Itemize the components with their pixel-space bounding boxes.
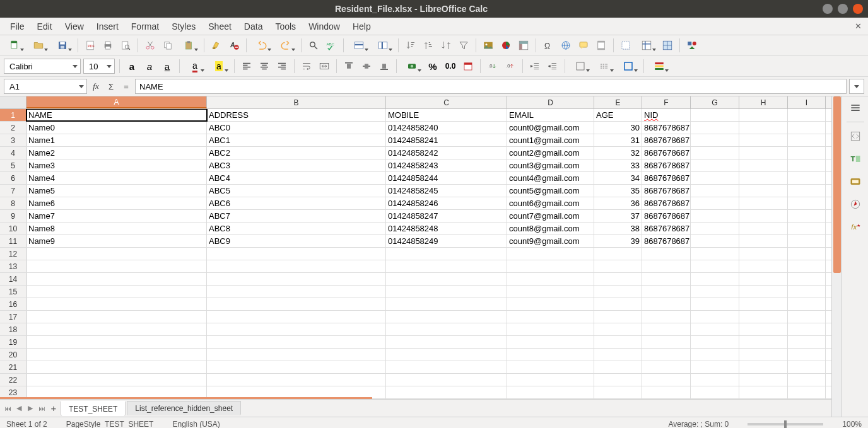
cell[interactable] — [691, 361, 739, 373]
cell[interactable] — [26, 336, 207, 348]
formula-input[interactable]: NAME — [135, 79, 847, 94]
cell[interactable]: 01424858244 — [386, 172, 507, 184]
highlight-color-button[interactable]: a — [208, 59, 230, 74]
cell[interactable] — [739, 273, 788, 285]
cell[interactable]: count4@gmail.com — [507, 172, 594, 184]
properties-icon[interactable] — [847, 127, 864, 145]
font-name-combo[interactable]: Calibri — [4, 59, 81, 74]
row-header[interactable]: 15 — [0, 286, 26, 298]
cell[interactable]: 37 — [594, 210, 642, 222]
cell[interactable]: ABC7 — [207, 210, 386, 222]
cell[interactable] — [507, 349, 594, 361]
cell[interactable] — [739, 197, 788, 209]
cell[interactable] — [739, 223, 788, 234]
cell[interactable]: Name8 — [26, 223, 207, 234]
sort-button[interactable] — [438, 38, 454, 53]
cell[interactable]: Name6 — [26, 197, 207, 209]
cell[interactable]: Name1 — [26, 134, 207, 146]
menu-data[interactable]: Data — [238, 19, 269, 34]
row-header[interactable]: 9 — [0, 210, 26, 222]
cell[interactable]: 01424858247 — [386, 210, 507, 222]
cell[interactable]: Name4 — [26, 172, 207, 184]
function-wizard-button[interactable]: fx — [90, 80, 102, 93]
cell[interactable] — [594, 248, 642, 260]
cell[interactable]: count7@gmail.com — [507, 210, 594, 222]
cell[interactable] — [594, 323, 642, 335]
cell[interactable]: Name3 — [26, 159, 207, 171]
close-button[interactable] — [853, 4, 863, 14]
cell[interactable] — [739, 172, 788, 184]
column-header-a[interactable]: A — [26, 96, 207, 108]
cell[interactable]: count8@gmail.com — [507, 223, 594, 234]
cell[interactable]: count2@gmail.com — [507, 147, 594, 159]
cell[interactable] — [386, 336, 507, 348]
row-header[interactable]: 13 — [0, 260, 26, 272]
cell[interactable] — [739, 311, 788, 323]
font-color-button[interactable]: a — [184, 59, 206, 74]
cell[interactable] — [26, 361, 207, 373]
cell[interactable] — [207, 361, 386, 373]
spellcheck-button[interactable]: ABC — [324, 38, 339, 53]
align-left-button[interactable] — [239, 59, 254, 74]
cell[interactable] — [788, 311, 826, 323]
cell[interactable]: 33 — [594, 159, 642, 171]
zoom-value[interactable]: 100% — [842, 420, 862, 428]
copy-button[interactable] — [160, 38, 175, 53]
cell[interactable] — [507, 311, 594, 323]
cell[interactable] — [507, 361, 594, 373]
cell[interactable] — [207, 273, 386, 285]
cell[interactable] — [594, 273, 642, 285]
cell[interactable] — [788, 223, 826, 234]
cell[interactable] — [691, 260, 739, 272]
cell[interactable] — [507, 336, 594, 348]
cell[interactable] — [788, 298, 826, 310]
cell[interactable] — [386, 248, 507, 260]
row-header[interactable]: 7 — [0, 185, 26, 197]
cell[interactable] — [691, 147, 739, 159]
cell[interactable] — [691, 298, 739, 310]
maximize-button[interactable] — [838, 4, 848, 14]
name-box[interactable]: A1 — [4, 79, 87, 94]
cell[interactable] — [642, 260, 691, 272]
split-window-button[interactable] — [660, 38, 675, 53]
insert-comment-button[interactable] — [576, 38, 591, 53]
cell[interactable] — [739, 248, 788, 260]
cell[interactable]: 36 — [594, 197, 642, 209]
cell[interactable] — [26, 349, 207, 361]
sidebar-settings-icon[interactable] — [847, 99, 864, 117]
bold-button[interactable]: a — [124, 59, 139, 74]
cell[interactable]: count9@gmail.com — [507, 235, 594, 247]
cell[interactable]: 86876786876874 — [642, 172, 691, 184]
insert-chart-button[interactable] — [498, 38, 513, 53]
cell[interactable] — [739, 122, 788, 134]
conditional-format-button[interactable] — [648, 59, 670, 74]
cell[interactable] — [507, 386, 594, 398]
underline-button[interactable]: a — [160, 59, 175, 74]
cell[interactable] — [507, 298, 594, 310]
cell[interactable]: ABC1 — [207, 134, 386, 146]
cell[interactable] — [691, 273, 739, 285]
cell[interactable] — [642, 298, 691, 310]
cell[interactable]: 01424858243 — [386, 159, 507, 171]
cell[interactable] — [507, 260, 594, 272]
cell[interactable] — [788, 386, 826, 398]
cell[interactable] — [594, 361, 642, 373]
row-header[interactable]: 21 — [0, 361, 26, 373]
increase-indent-button[interactable] — [527, 59, 542, 74]
cell[interactable] — [691, 210, 739, 222]
decrease-indent-button[interactable] — [545, 59, 560, 74]
cell[interactable]: Name7 — [26, 210, 207, 222]
cell[interactable]: 86876786876876 — [642, 197, 691, 209]
cell[interactable] — [594, 298, 642, 310]
row-header[interactable]: 20 — [0, 349, 26, 361]
menu-insert[interactable]: Insert — [90, 19, 125, 34]
cell[interactable]: ABC6 — [207, 197, 386, 209]
print-button[interactable] — [100, 38, 115, 53]
define-print-area-button[interactable] — [618, 38, 633, 53]
cell[interactable]: ADDRESS — [207, 109, 386, 121]
align-middle-button[interactable] — [359, 59, 374, 74]
cell[interactable] — [739, 210, 788, 222]
sheet-tab-active[interactable]: TEST_SHEET — [61, 401, 126, 416]
save-button[interactable] — [52, 38, 73, 53]
cell[interactable] — [691, 159, 739, 171]
